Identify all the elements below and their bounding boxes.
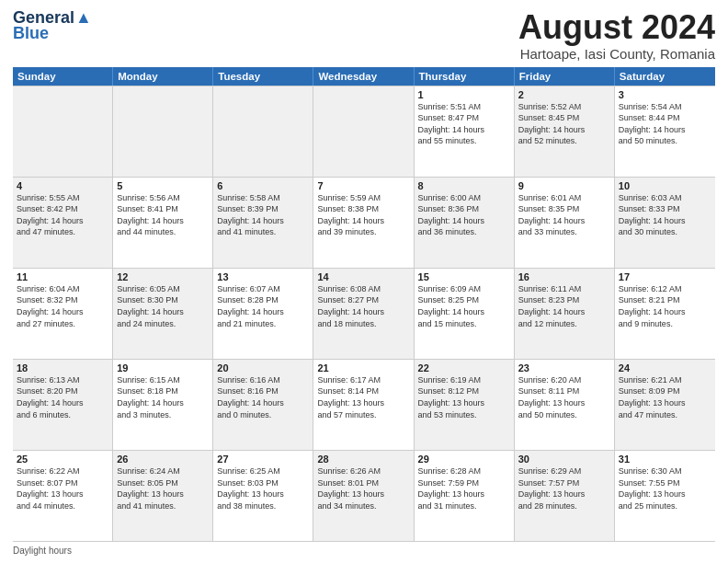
day-info: Sunrise: 5:51 AM Sunset: 8:47 PM Dayligh… — [418, 101, 510, 147]
cal-cell-15: 15Sunrise: 6:09 AM Sunset: 8:25 PM Dayli… — [415, 269, 515, 359]
cal-cell-11: 11Sunrise: 6:04 AM Sunset: 8:32 PM Dayli… — [13, 269, 113, 359]
day-info: Sunrise: 6:00 AM Sunset: 8:36 PM Dayligh… — [418, 192, 510, 238]
day-number: 30 — [518, 454, 610, 465]
cal-cell-13: 13Sunrise: 6:07 AM Sunset: 8:28 PM Dayli… — [213, 269, 313, 359]
cal-cell-empty-1 — [113, 86, 213, 177]
day-number: 19 — [117, 362, 209, 373]
cal-cell-5: 5Sunrise: 5:56 AM Sunset: 8:41 PM Daylig… — [113, 178, 213, 268]
day-of-week-saturday: Saturday — [615, 67, 715, 86]
day-number: 25 — [17, 454, 108, 465]
day-number: 26 — [117, 454, 209, 465]
day-of-week-wednesday: Wednesday — [313, 67, 414, 86]
day-number: 2 — [518, 89, 610, 100]
day-number: 13 — [217, 271, 309, 282]
day-info: Sunrise: 5:59 AM Sunset: 8:38 PM Dayligh… — [317, 192, 409, 238]
cal-cell-10: 10Sunrise: 6:03 AM Sunset: 8:33 PM Dayli… — [615, 178, 715, 268]
day-info: Sunrise: 6:26 AM Sunset: 8:01 PM Dayligh… — [317, 465, 409, 511]
day-info: Sunrise: 6:09 AM Sunset: 8:25 PM Dayligh… — [418, 283, 510, 329]
logo-blue: Blue — [13, 24, 49, 43]
day-info: Sunrise: 5:54 AM Sunset: 8:44 PM Dayligh… — [619, 101, 711, 147]
day-info: Sunrise: 6:25 AM Sunset: 8:03 PM Dayligh… — [217, 465, 309, 511]
cal-cell-17: 17Sunrise: 6:12 AM Sunset: 8:21 PM Dayli… — [615, 269, 715, 359]
day-number: 5 — [117, 180, 209, 191]
cal-cell-20: 20Sunrise: 6:16 AM Sunset: 8:16 PM Dayli… — [213, 360, 313, 450]
cal-cell-empty-3 — [313, 86, 414, 177]
day-of-week-monday: Monday — [113, 67, 213, 86]
cal-cell-24: 24Sunrise: 6:21 AM Sunset: 8:09 PM Dayli… — [615, 360, 715, 450]
cal-cell-23: 23Sunrise: 6:20 AM Sunset: 8:11 PM Dayli… — [515, 360, 615, 450]
day-number: 27 — [217, 454, 309, 465]
day-number: 17 — [619, 271, 711, 282]
day-number: 28 — [317, 454, 409, 465]
calendar: SundayMondayTuesdayWednesdayThursdayFrid… — [13, 67, 715, 542]
cal-cell-9: 9Sunrise: 6:01 AM Sunset: 8:35 PM Daylig… — [515, 178, 615, 268]
week-row-3: 11Sunrise: 6:04 AM Sunset: 8:32 PM Dayli… — [13, 269, 715, 360]
day-info: Sunrise: 6:04 AM Sunset: 8:32 PM Dayligh… — [17, 283, 108, 329]
cal-cell-4: 4Sunrise: 5:55 AM Sunset: 8:42 PM Daylig… — [13, 178, 113, 268]
day-number: 10 — [619, 180, 711, 191]
day-info: Sunrise: 6:13 AM Sunset: 8:20 PM Dayligh… — [17, 374, 108, 420]
cal-cell-6: 6Sunrise: 5:58 AM Sunset: 8:39 PM Daylig… — [213, 178, 313, 268]
day-of-week-tuesday: Tuesday — [213, 67, 313, 86]
day-number: 23 — [518, 362, 610, 373]
day-info: Sunrise: 6:03 AM Sunset: 8:33 PM Dayligh… — [619, 192, 711, 238]
day-info: Sunrise: 6:16 AM Sunset: 8:16 PM Dayligh… — [217, 374, 309, 420]
day-number: 1 — [418, 89, 510, 100]
cal-cell-7: 7Sunrise: 5:59 AM Sunset: 8:38 PM Daylig… — [313, 178, 414, 268]
cal-cell-30: 30Sunrise: 6:29 AM Sunset: 7:57 PM Dayli… — [515, 451, 615, 541]
day-info: Sunrise: 5:56 AM Sunset: 8:41 PM Dayligh… — [117, 192, 209, 238]
day-of-week-friday: Friday — [515, 67, 615, 86]
day-info: Sunrise: 5:55 AM Sunset: 8:42 PM Dayligh… — [17, 192, 108, 238]
cal-cell-25: 25Sunrise: 6:22 AM Sunset: 8:07 PM Dayli… — [13, 451, 113, 541]
calendar-body: 1Sunrise: 5:51 AM Sunset: 8:47 PM Daylig… — [13, 86, 715, 542]
day-info: Sunrise: 6:29 AM Sunset: 7:57 PM Dayligh… — [518, 465, 610, 511]
day-number: 31 — [619, 454, 711, 465]
title-block: August 2024 Hartoape, Iasi County, Roman… — [518, 9, 715, 62]
page: General▲ Blue August 2024 Hartoape, Iasi… — [0, 0, 728, 563]
day-number: 20 — [217, 362, 309, 373]
day-number: 6 — [217, 180, 309, 191]
cal-cell-empty-2 — [213, 86, 313, 177]
cal-cell-26: 26Sunrise: 6:24 AM Sunset: 8:05 PM Dayli… — [113, 451, 213, 541]
footer-note: Daylight hours — [13, 546, 715, 556]
day-number: 18 — [17, 362, 108, 373]
cal-cell-2: 2Sunrise: 5:52 AM Sunset: 8:45 PM Daylig… — [515, 86, 615, 177]
day-number: 29 — [418, 454, 510, 465]
cal-cell-1: 1Sunrise: 5:51 AM Sunset: 8:47 PM Daylig… — [415, 86, 515, 177]
cal-cell-31: 31Sunrise: 6:30 AM Sunset: 7:55 PM Dayli… — [615, 451, 715, 541]
day-number: 12 — [117, 271, 209, 282]
day-number: 9 — [518, 180, 610, 191]
day-of-week-thursday: Thursday — [415, 67, 515, 86]
day-info: Sunrise: 6:30 AM Sunset: 7:55 PM Dayligh… — [619, 465, 711, 511]
day-number: 15 — [418, 271, 510, 282]
day-number: 7 — [317, 180, 409, 191]
cal-cell-3: 3Sunrise: 5:54 AM Sunset: 8:44 PM Daylig… — [615, 86, 715, 177]
cal-cell-29: 29Sunrise: 6:28 AM Sunset: 7:59 PM Dayli… — [415, 451, 515, 541]
day-of-week-sunday: Sunday — [13, 67, 113, 86]
day-number: 4 — [17, 180, 108, 191]
week-row-5: 25Sunrise: 6:22 AM Sunset: 8:07 PM Dayli… — [13, 451, 715, 542]
cal-cell-28: 28Sunrise: 6:26 AM Sunset: 8:01 PM Dayli… — [313, 451, 414, 541]
week-row-2: 4Sunrise: 5:55 AM Sunset: 8:42 PM Daylig… — [13, 178, 715, 269]
cal-cell-14: 14Sunrise: 6:08 AM Sunset: 8:27 PM Dayli… — [313, 269, 414, 359]
cal-cell-empty-0 — [13, 86, 113, 177]
day-info: Sunrise: 6:17 AM Sunset: 8:14 PM Dayligh… — [317, 374, 409, 420]
cal-cell-19: 19Sunrise: 6:15 AM Sunset: 8:18 PM Dayli… — [113, 360, 213, 450]
day-info: Sunrise: 6:01 AM Sunset: 8:35 PM Dayligh… — [518, 192, 610, 238]
day-info: Sunrise: 6:22 AM Sunset: 8:07 PM Dayligh… — [17, 465, 108, 511]
day-info: Sunrise: 6:24 AM Sunset: 8:05 PM Dayligh… — [117, 465, 209, 511]
cal-cell-16: 16Sunrise: 6:11 AM Sunset: 8:23 PM Dayli… — [515, 269, 615, 359]
day-info: Sunrise: 6:19 AM Sunset: 8:12 PM Dayligh… — [418, 374, 510, 420]
cal-cell-22: 22Sunrise: 6:19 AM Sunset: 8:12 PM Dayli… — [415, 360, 515, 450]
day-info: Sunrise: 6:05 AM Sunset: 8:30 PM Dayligh… — [117, 283, 209, 329]
day-info: Sunrise: 6:28 AM Sunset: 7:59 PM Dayligh… — [418, 465, 510, 511]
day-number: 16 — [518, 271, 610, 282]
day-info: Sunrise: 6:11 AM Sunset: 8:23 PM Dayligh… — [518, 283, 610, 329]
day-number: 22 — [418, 362, 510, 373]
day-info: Sunrise: 6:21 AM Sunset: 8:09 PM Dayligh… — [619, 374, 711, 420]
cal-cell-12: 12Sunrise: 6:05 AM Sunset: 8:30 PM Dayli… — [113, 269, 213, 359]
cal-cell-21: 21Sunrise: 6:17 AM Sunset: 8:14 PM Dayli… — [313, 360, 414, 450]
day-number: 24 — [619, 362, 711, 373]
day-info: Sunrise: 6:07 AM Sunset: 8:28 PM Dayligh… — [217, 283, 309, 329]
day-info: Sunrise: 6:08 AM Sunset: 8:27 PM Dayligh… — [317, 283, 409, 329]
